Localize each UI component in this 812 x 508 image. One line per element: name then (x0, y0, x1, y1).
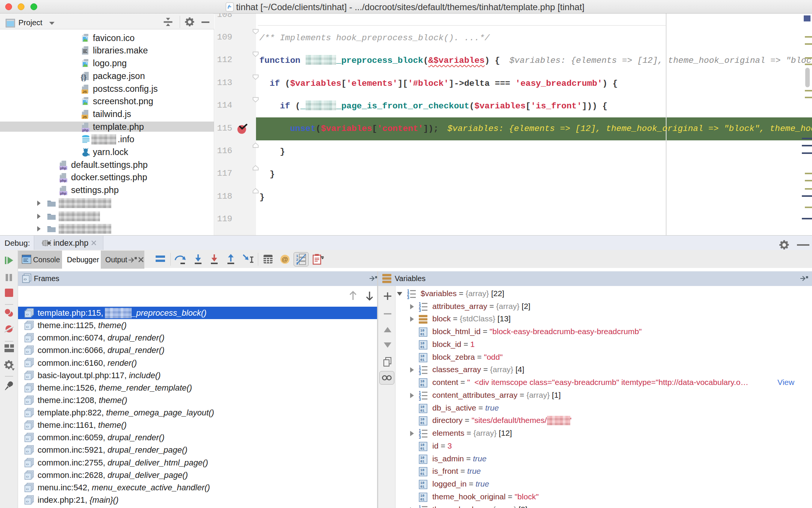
svg-text:‹›: ‹› (26, 462, 29, 466)
svg-text:10: 10 (420, 329, 424, 333)
svg-text:‹›: ‹› (26, 487, 29, 491)
svg-text:‹›: ‹› (26, 374, 29, 379)
svg-text:‹›: ‹› (26, 474, 29, 479)
svg-text:‹›: ‹› (26, 499, 29, 503)
svg-text:‹›: ‹› (26, 399, 29, 404)
svg-text:‹›: ‹› (26, 324, 29, 329)
svg-text:@: @ (282, 256, 288, 263)
svg-text:‹›: ‹› (26, 412, 29, 416)
svg-text:‹›: ‹› (26, 437, 29, 441)
svg-text:10: 10 (420, 342, 424, 345)
svg-text:10: 10 (420, 456, 424, 460)
svg-text:php: php (60, 192, 67, 195)
svg-text:10: 10 (420, 443, 424, 447)
svg-text:‹›: ‹› (24, 277, 27, 282)
svg-text:10: 10 (420, 494, 424, 498)
svg-text:‹›: ‹› (26, 449, 29, 453)
svg-text:3: 3 (419, 309, 421, 312)
svg-text:‹›: ‹› (26, 349, 29, 354)
svg-text:01: 01 (420, 409, 424, 413)
svg-text:01: 01 (420, 447, 424, 451)
svg-text:‹›: ‹› (26, 312, 29, 316)
svg-text:JS: JS (83, 115, 87, 119)
svg-text:2: 2 (296, 258, 298, 262)
svg-text:3: 3 (419, 435, 421, 439)
svg-text:‹›: ‹› (26, 337, 29, 341)
svg-text:01: 01 (420, 498, 424, 502)
svg-text:3: 3 (407, 296, 409, 299)
svg-text:01: 01 (420, 345, 424, 349)
svg-text:10: 10 (420, 418, 424, 421)
svg-text:3: 3 (419, 372, 421, 375)
svg-text:01: 01 (420, 460, 424, 464)
svg-text:‹›: ‹› (26, 387, 29, 391)
svg-text:01: 01 (420, 358, 424, 362)
svg-text:php: php (82, 128, 89, 132)
svg-text:‹›: ‹› (26, 424, 29, 429)
svg-text:JS: JS (83, 90, 87, 94)
svg-text:10: 10 (420, 380, 424, 383)
svg-text:10: 10 (420, 468, 424, 472)
svg-text:‹›: ‹› (26, 362, 29, 366)
svg-text:{}: {} (80, 73, 87, 81)
svg-text:php: php (60, 179, 67, 183)
svg-text:01: 01 (420, 383, 424, 387)
svg-text:10: 10 (420, 405, 424, 409)
svg-text:10: 10 (420, 481, 424, 485)
svg-text:10: 10 (420, 354, 424, 358)
svg-text:php: php (60, 166, 67, 170)
svg-text:01: 01 (420, 472, 424, 476)
svg-text:3: 3 (419, 397, 421, 401)
svg-text:1: 1 (419, 505, 421, 508)
svg-text:01: 01 (420, 421, 424, 425)
svg-text:1: 1 (296, 254, 298, 258)
svg-text:01: 01 (420, 485, 424, 489)
svg-text:01: 01 (420, 333, 424, 336)
